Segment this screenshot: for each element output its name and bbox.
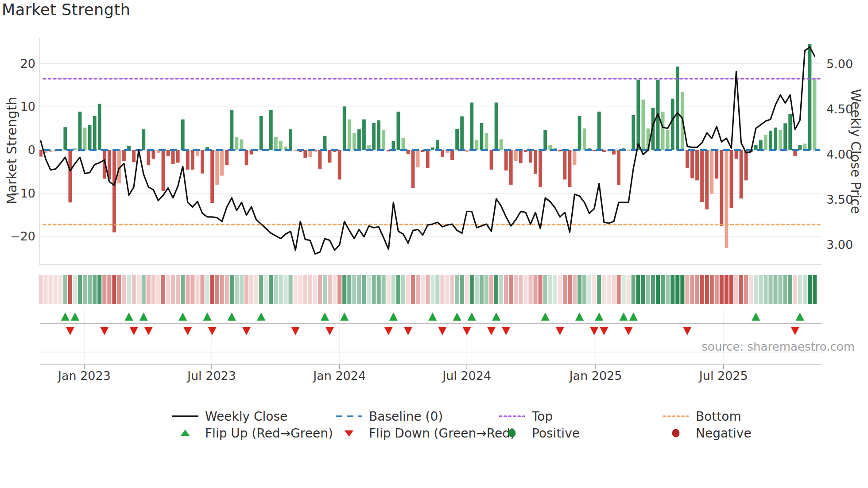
legend-label: Negative — [696, 426, 752, 441]
right-tick-label: 3.00 — [826, 238, 853, 252]
x-tick-label: Jan 2023 — [57, 369, 111, 383]
right-tick-label: 5.00 — [826, 57, 853, 71]
x-tick-label: Jul 2024 — [442, 369, 491, 383]
x-axis: Jan 2023Jul 2023Jan 2024Jul 2024Jan 2025… — [57, 310, 748, 383]
legend-item-bottom: Bottom — [662, 408, 741, 424]
page-title: Market Strength — [2, 1, 130, 19]
left-tick-label: −20 — [10, 229, 35, 243]
left-tick-label: 10 — [20, 100, 35, 113]
weekly-close-line-icon — [171, 410, 199, 423]
legend-item-flip-up: Flip Up (Red→Green) — [171, 425, 333, 441]
x-tick-label: Jul 2025 — [698, 369, 748, 383]
x-tick-label: Jan 2024 — [312, 369, 366, 383]
strength-bars — [39, 44, 816, 248]
source-attribution: source: sharemaestro.com — [701, 340, 855, 353]
legend-item-baseline: Baseline (0) — [335, 408, 443, 424]
legend-label: Bottom — [696, 409, 741, 424]
legend-label: Positive — [532, 426, 580, 441]
bottom-dotted-line-icon — [662, 410, 690, 423]
legend-label: Baseline (0) — [369, 409, 443, 424]
legend-label: Weekly Close — [205, 409, 287, 424]
legend-item-flip-down: Flip Down (Green→Red) — [335, 425, 515, 441]
top-dotted-line-icon — [498, 410, 526, 423]
left-axis-title: Market Strength — [4, 97, 19, 204]
legend-label: Flip Up (Red→Green) — [205, 426, 333, 441]
right-axis-title: Weekly Close Price — [848, 89, 864, 214]
legend-item-top: Top — [498, 408, 553, 424]
flip-down-triangle-icon — [335, 426, 363, 440]
legend-label: Top — [532, 409, 553, 424]
spines — [40, 38, 822, 364]
heatmap-strip — [39, 275, 817, 304]
negative-circle-icon — [662, 426, 690, 440]
x-tick-label: Jul 2023 — [186, 369, 236, 383]
positive-circle-icon — [498, 426, 526, 440]
legend-item-negative: Negative — [662, 425, 752, 441]
baseline-dashed-line-icon — [335, 410, 363, 423]
legend-label: Flip Down (Green→Red) — [369, 426, 515, 441]
legend-item-weekly-close: Weekly Close — [171, 408, 287, 424]
x-tick-label: Jan 2025 — [569, 369, 622, 383]
flip-markers — [40, 313, 822, 336]
legend-item-positive: Positive — [498, 425, 580, 441]
left-tick-label: 20 — [20, 57, 35, 70]
left-tick-label: 0 — [28, 143, 35, 157]
market-strength-chart-page: Jan 2023Jul 2023Jan 2024Jul 2024Jan 2025… — [0, 0, 868, 488]
flip-up-triangle-icon — [171, 426, 199, 440]
